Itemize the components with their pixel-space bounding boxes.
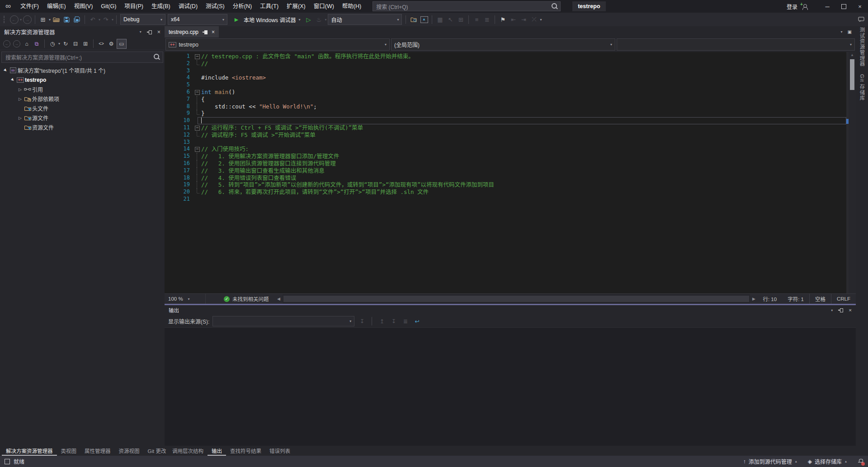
minimize-button[interactable]: ─ bbox=[819, 0, 835, 13]
code-line-21[interactable]: 21 bbox=[165, 196, 846, 203]
menu-item-12[interactable]: 帮助(H) bbox=[338, 0, 365, 13]
hot-reload-mode-dropdown[interactable]: 自动▾ bbox=[328, 14, 402, 25]
copy-reference-icon[interactable]: ⊞ bbox=[456, 14, 466, 24]
tree-expander-icon[interactable]: ▶ bbox=[2, 67, 9, 74]
code-line-18[interactable]: 18// 4. 使用错误列表窗口查看错误 bbox=[165, 175, 846, 182]
navigate-back-button[interactable]: ← bbox=[9, 14, 19, 24]
output-close-icon[interactable]: × bbox=[849, 307, 852, 313]
add-account-icon[interactable]: + bbox=[801, 4, 807, 9]
redo-dropdown-icon[interactable]: ▾ bbox=[112, 18, 113, 22]
search-icon[interactable] bbox=[552, 3, 557, 9]
filter-dropdown-icon[interactable]: ▾ bbox=[58, 42, 60, 46]
tab-pin-icon[interactable] bbox=[203, 30, 208, 34]
panel-options-icon[interactable]: ▾ bbox=[140, 30, 142, 34]
selection-cursor-icon[interactable]: ↖ bbox=[445, 14, 455, 24]
code-line-17[interactable]: 17// 3. 使用输出窗口查看生成输出和其他消息 bbox=[165, 167, 846, 175]
solution-config-dropdown[interactable]: Debug▾ bbox=[120, 14, 165, 25]
tree-item-2[interactable]: ▷引用 bbox=[0, 85, 165, 94]
bottom-group-tab-0[interactable]: 调用层次结构 bbox=[168, 446, 208, 456]
menu-item-5[interactable]: 生成(B) bbox=[147, 0, 175, 13]
clear-all-icon[interactable]: ≣ bbox=[401, 317, 410, 325]
tree-item-0[interactable]: ▶∞解决方案“testrepo”(1 个项目/共 1 个) bbox=[0, 66, 165, 75]
tree-expander-icon[interactable]: ▷ bbox=[17, 97, 23, 101]
code-line-11[interactable]: 11–// 运行程序: Ctrl + F5 或调试 >“开始执行(不调试)”菜单 bbox=[165, 124, 846, 132]
next-bookmark-icon[interactable]: ⇥ bbox=[519, 14, 528, 24]
notifications-bell-icon[interactable] bbox=[858, 458, 863, 464]
tab-close-icon[interactable]: × bbox=[212, 29, 215, 35]
member-dropdown[interactable]: ▾ bbox=[617, 38, 855, 51]
navigate-forward-button[interactable]: → bbox=[22, 14, 32, 24]
next-message-icon[interactable]: ↧ bbox=[389, 317, 398, 325]
code-line-6[interactable]: 6–int main() bbox=[165, 89, 846, 96]
code-line-4[interactable]: 4#include <iostream> bbox=[165, 74, 846, 81]
vertical-scrollbar[interactable]: ▲ bbox=[849, 52, 856, 293]
menu-item-7[interactable]: 测试(S) bbox=[202, 0, 229, 13]
solution-explorer-search-input[interactable]: 搜索解决方案资源管理器(Ctrl+;) bbox=[1, 52, 163, 63]
output-options-icon[interactable]: ▾ bbox=[831, 308, 833, 312]
fold-collapse-icon[interactable]: – bbox=[193, 146, 201, 153]
code-line-19[interactable]: 19// 5. 转到“项目”>“添加新项”以创建新的代码文件，或转到“项目”>“… bbox=[165, 181, 846, 189]
line-ending-indicator[interactable]: CRLF bbox=[831, 294, 856, 304]
bottom-group-tab-1[interactable]: 输出 bbox=[208, 446, 226, 456]
menu-item-9[interactable]: 工具(T) bbox=[256, 0, 283, 13]
redo-button[interactable]: ↷ bbox=[101, 14, 111, 24]
menu-item-3[interactable]: Git(G) bbox=[97, 0, 120, 13]
tree-item-6[interactable]: 资源文件 bbox=[0, 123, 165, 132]
se-forward-icon[interactable]: → bbox=[12, 39, 21, 48]
outdent-icon[interactable]: ≡ bbox=[472, 14, 481, 24]
previous-message-icon[interactable]: ↥ bbox=[377, 317, 386, 325]
tree-expander-icon[interactable]: ▷ bbox=[17, 116, 23, 120]
toolbar-grip[interactable] bbox=[4, 16, 7, 23]
code-line-20[interactable]: 20// 6. 将来，若要再次打开此项目，请转到“文件”>“打开”>“项目”并选… bbox=[165, 189, 846, 196]
open-file-button[interactable] bbox=[51, 14, 61, 24]
spaces-toggle[interactable]: 空格 bbox=[809, 294, 831, 304]
scroll-right-icon[interactable]: ▶ bbox=[750, 297, 757, 301]
hot-reload-dropdown-icon[interactable]: ▾ bbox=[325, 18, 326, 22]
active-files-dropdown-icon[interactable]: ▾ bbox=[841, 30, 843, 34]
tree-item-5[interactable]: ▷源文件 bbox=[0, 113, 165, 123]
autohide-tab-1[interactable]: Git 存储库 bbox=[859, 74, 866, 101]
hot-reload-icon[interactable]: ♨ bbox=[314, 14, 324, 24]
home-icon[interactable]: ⌂ bbox=[22, 39, 31, 48]
select-repository-button[interactable]: ◈ 选择存储库 ▴ bbox=[804, 458, 850, 465]
fold-collapse-icon[interactable]: – bbox=[193, 124, 201, 132]
output-source-dropdown[interactable]: ▾ bbox=[212, 316, 354, 326]
background-tasks-icon[interactable] bbox=[5, 459, 10, 464]
new-project-button[interactable]: ⊞ bbox=[38, 14, 48, 24]
window-menu-icon[interactable]: ▣ bbox=[848, 29, 852, 34]
tree-item-1[interactable]: ▶++testrepo bbox=[0, 75, 165, 85]
close-panel-icon[interactable]: × bbox=[157, 29, 160, 35]
solution-name-badge[interactable]: testrepo bbox=[572, 1, 605, 11]
project-dropdown[interactable]: ++ testrepo ▾ bbox=[165, 38, 390, 51]
clear-bookmarks-icon[interactable]: ⤫ bbox=[529, 14, 539, 24]
scrollbar-thumb[interactable] bbox=[850, 59, 854, 90]
code-line-7[interactable]: 7{ bbox=[165, 96, 846, 103]
scroll-left-icon[interactable]: ◀ bbox=[275, 297, 283, 301]
save-all-button[interactable] bbox=[72, 14, 82, 24]
add-to-source-control-button[interactable]: ↑ 添加到源代码管理 ▴ bbox=[740, 458, 801, 465]
navigate-back-dropdown-icon[interactable]: ▾ bbox=[20, 18, 22, 22]
code-line-3[interactable]: 3 bbox=[165, 67, 846, 75]
left-group-tab-2[interactable]: 属性管理器 bbox=[80, 446, 115, 456]
switch-views-icon[interactable]: ⧉ bbox=[32, 39, 41, 48]
bottom-group-tab-3[interactable]: 错误列表 bbox=[265, 446, 294, 456]
scope-icon[interactable]: ⊞ bbox=[81, 39, 90, 48]
pin-icon[interactable] bbox=[147, 30, 152, 34]
toolbar-overflow-icon[interactable]: ▾ bbox=[540, 18, 542, 22]
menu-item-0[interactable]: 文件(F) bbox=[16, 0, 43, 13]
code-line-15[interactable]: 15// 1. 使用解决方案资源管理器窗口添加/管理文件 bbox=[165, 153, 846, 160]
profiler-icon[interactable]: ▦ bbox=[435, 14, 445, 24]
code-line-2[interactable]: 2// bbox=[165, 60, 846, 67]
menu-item-6[interactable]: 调试(D) bbox=[175, 0, 202, 13]
toggle-bookmark-icon[interactable]: ⚑ bbox=[498, 14, 508, 24]
horizontal-scrollbar[interactable]: ◀ ▶ bbox=[275, 294, 758, 304]
send-feedback-icon[interactable] bbox=[856, 14, 866, 24]
show-all-files-icon[interactable]: <> bbox=[97, 39, 106, 48]
solution-platform-dropdown[interactable]: x64▾ bbox=[168, 14, 227, 25]
tree-expander-icon[interactable]: ▷ bbox=[17, 87, 23, 92]
menu-item-11[interactable]: 窗口(W) bbox=[310, 0, 338, 13]
maximize-button[interactable] bbox=[835, 0, 852, 13]
tree-item-4[interactable]: 头文件 bbox=[0, 104, 165, 113]
code-line-16[interactable]: 16// 2. 使用团队资源管理器窗口连接到源代码管理 bbox=[165, 160, 846, 167]
left-group-tab-1[interactable]: 类视图 bbox=[57, 446, 81, 456]
